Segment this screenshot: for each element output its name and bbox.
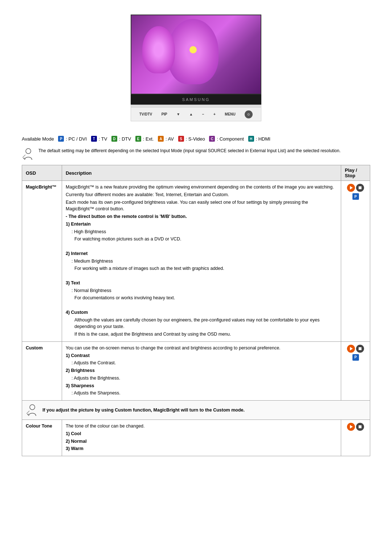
note-row-content: If you adjust the picture by using Custo… bbox=[26, 404, 366, 417]
tv-btn-menu[interactable]: MENU bbox=[225, 112, 235, 116]
tv-container: SAMSUNG TV/DTV PIP ▼ ▲ − + MENU ⊙ bbox=[131, 15, 261, 121]
p-badge-magicbright: P bbox=[352, 193, 359, 200]
tv-btn-plus[interactable]: + bbox=[213, 112, 216, 116]
ps-icons-custom: P bbox=[345, 345, 366, 361]
badge-e: E bbox=[135, 136, 141, 142]
note-table-icon bbox=[26, 404, 39, 417]
stop-icon-magicbright bbox=[356, 184, 364, 192]
badge-t: T bbox=[91, 136, 97, 142]
desc-colourtone: The tone of the colour can be changed. 1… bbox=[62, 420, 341, 456]
play-stop-custom: P bbox=[341, 341, 370, 400]
table-row-colourtone: Colour Tone The tone of the colour can b… bbox=[22, 420, 370, 456]
tv-source-button[interactable]: ⊙ bbox=[245, 110, 253, 118]
ct-intro: The tone of the colour can be changed. bbox=[66, 423, 337, 430]
osd-magicbright: MagicBright™ bbox=[22, 181, 62, 342]
ps-icons-colourtone bbox=[345, 423, 366, 431]
custom-sharpness-desc: : Adjusts the Sharpness. bbox=[72, 390, 337, 397]
ps-icons-magicbright: P bbox=[345, 184, 366, 200]
badge-a: A bbox=[158, 136, 164, 142]
mb-intro: MagicBright™ is a new feature providing … bbox=[66, 184, 337, 191]
mode-tv: : TV bbox=[99, 136, 107, 142]
p-badge-custom: P bbox=[352, 354, 359, 361]
play-icon-magicbright bbox=[347, 184, 355, 192]
mb-entertain-title: 1) Entertain bbox=[66, 221, 337, 228]
mb-remote: - The direct button on the remote contro… bbox=[66, 213, 337, 220]
badge-p: P bbox=[58, 136, 64, 142]
mb-text-title: 3) Text bbox=[66, 280, 337, 287]
mode-hdmi: : HDMI bbox=[256, 136, 270, 142]
mb-internet-desc: For working with a mixture of images suc… bbox=[74, 265, 337, 272]
mode-ext: : Ext. bbox=[143, 136, 154, 142]
ps-row-custom bbox=[347, 345, 364, 353]
flower-center bbox=[189, 46, 197, 53]
mb-text-brightness: : Normal Brightness bbox=[72, 287, 337, 294]
tv-stand bbox=[131, 105, 261, 108]
available-mode-label: Available Mode bbox=[22, 136, 54, 142]
mb-modes: Currently four different modes are avail… bbox=[66, 191, 337, 198]
mb-internet-brightness: : Medium Brightness bbox=[72, 258, 337, 265]
badge-c: C bbox=[209, 136, 215, 142]
table-row-magicbright: MagicBright™ MagicBright™ is a new featu… bbox=[22, 181, 370, 342]
mb-internet-title: 2) Internet bbox=[66, 250, 337, 257]
svg-point-3 bbox=[27, 414, 29, 415]
ps-row-magicbright bbox=[347, 184, 364, 192]
stop-icon-colourtone bbox=[356, 423, 364, 431]
ct-normal: 2) Normal bbox=[66, 438, 337, 445]
svg-point-2 bbox=[30, 405, 35, 410]
table-header-row: OSD Description Play / Stop bbox=[22, 165, 370, 181]
tv-btn-pip[interactable]: PIP bbox=[162, 112, 167, 116]
table-row-note: If you adjust the picture by using Custo… bbox=[22, 401, 370, 420]
custom-brightness-title: 2) Brightness bbox=[66, 367, 337, 374]
tv-btn-up[interactable]: ▲ bbox=[189, 112, 193, 116]
mb-custom-desc2: If this is the case, adjust the Brightne… bbox=[74, 331, 337, 338]
ct-cool: 1) Cool bbox=[66, 430, 337, 437]
desc-magicbright: MagicBright™ is a new feature providing … bbox=[62, 181, 341, 342]
mb-entertain-brightness: : High Brightness bbox=[72, 228, 337, 235]
desc-custom: You can use the on-screen menus to chang… bbox=[62, 341, 341, 400]
tv-btn-down[interactable]: ▼ bbox=[176, 112, 180, 116]
available-mode: Available Mode P : PC / DVI T : TV D : D… bbox=[22, 136, 370, 142]
main-table: OSD Description Play / Stop MagicBright™… bbox=[22, 165, 370, 456]
custom-sharpness-title: 3) Sharpness bbox=[66, 382, 337, 389]
custom-contrast-title: 1) Contrast bbox=[66, 352, 337, 359]
ct-warm: 3) Warm bbox=[66, 445, 337, 452]
mode-svideo: : S-Video bbox=[186, 136, 205, 142]
note-table-cell: If you adjust the picture by using Custo… bbox=[22, 401, 370, 420]
play-stop-magicbright: P bbox=[341, 181, 370, 342]
custom-intro: You can use the on-screen menus to chang… bbox=[66, 345, 337, 352]
col-osd: OSD bbox=[22, 165, 62, 181]
mb-custom-desc1: Although the values are carefully chosen… bbox=[74, 317, 337, 331]
tv-controls: TV/DTV PIP ▼ ▲ − + MENU ⊙ bbox=[131, 108, 261, 121]
ps-row-colourtone bbox=[347, 423, 364, 431]
table-row-custom: Custom You can use the on-screen menus t… bbox=[22, 341, 370, 400]
source-icon: ⊙ bbox=[247, 113, 250, 116]
mode-pc-dvi: : PC / DVI bbox=[66, 136, 87, 142]
osd-colourtone: Colour Tone bbox=[22, 420, 62, 456]
mb-entertain-desc: For watching motion pictures such as a D… bbox=[74, 236, 337, 243]
tv-btn-minus[interactable]: − bbox=[202, 112, 204, 116]
mode-dtv: : DTV bbox=[119, 136, 131, 142]
mb-select: Each mode has its own pre-configured bri… bbox=[66, 199, 337, 213]
samsung-logo: SAMSUNG bbox=[182, 97, 210, 102]
svg-point-1 bbox=[23, 158, 25, 159]
note-section: The default setting may be different dep… bbox=[22, 147, 370, 161]
play-icon-custom bbox=[347, 345, 355, 353]
tv-screen bbox=[131, 15, 261, 94]
custom-brightness-desc: : Adjusts the Brightness. bbox=[72, 375, 337, 382]
badge-d: D bbox=[111, 136, 117, 142]
tv-section: SAMSUNG TV/DTV PIP ▼ ▲ − + MENU ⊙ bbox=[22, 15, 370, 121]
note-icon bbox=[22, 147, 35, 161]
play-icon-colourtone bbox=[347, 423, 355, 431]
note-table-text: If you adjust the picture by using Custo… bbox=[42, 407, 245, 414]
col-play-stop: Play / Stop bbox=[341, 165, 370, 181]
osd-custom: Custom bbox=[22, 341, 62, 400]
mb-text-desc: For documentations or works involving he… bbox=[74, 295, 337, 301]
badge-s: S bbox=[178, 136, 184, 142]
badge-h: H bbox=[248, 136, 254, 142]
mode-component: : Component bbox=[217, 136, 244, 142]
tv-bezel: SAMSUNG bbox=[131, 94, 261, 105]
col-description: Description bbox=[62, 165, 341, 181]
mb-custom-title: 4) Custom bbox=[66, 309, 337, 316]
tv-btn-tvdtv[interactable]: TV/DTV bbox=[139, 112, 152, 116]
stop-icon-custom bbox=[356, 345, 364, 353]
